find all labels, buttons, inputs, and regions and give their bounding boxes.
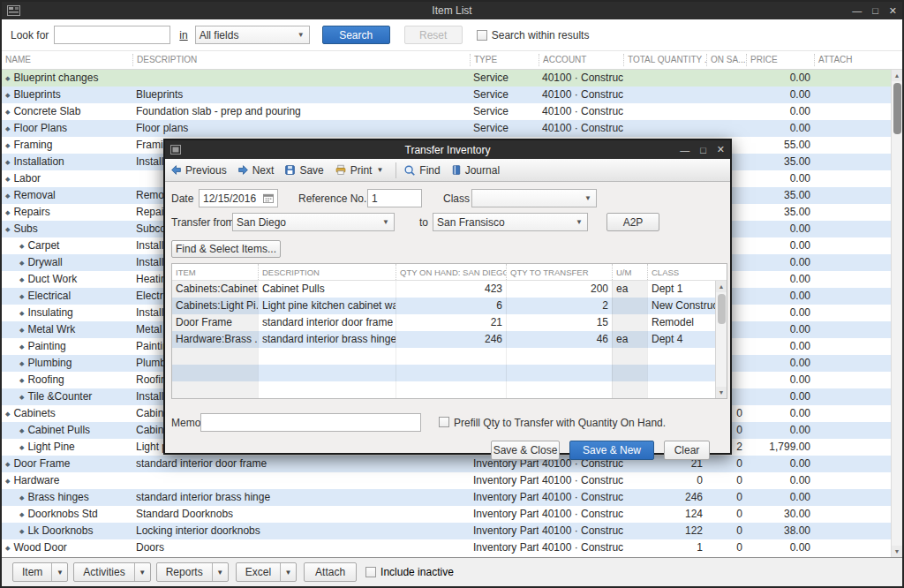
chevron-down-icon[interactable]: ▼ [212, 563, 228, 581]
transfer-description[interactable]: standard interior brass hinge [258, 331, 396, 348]
find-select-items-button[interactable]: Find & Select Items... [171, 240, 281, 258]
minimize-icon[interactable]: — [680, 145, 689, 155]
transfer-qty-to-transfer[interactable]: 200 [506, 281, 612, 298]
transfer-um[interactable] [612, 314, 647, 331]
memo-input[interactable] [200, 413, 421, 432]
col-type[interactable]: TYPE [470, 54, 539, 66]
transfer-class[interactable]: Dept 4 [647, 331, 716, 348]
scrollbar-thumb[interactable] [718, 294, 726, 324]
activities-menu-button[interactable]: Activities ▼ [73, 562, 150, 582]
attach-button[interactable]: Attach [304, 562, 357, 582]
transfer-qty-to-transfer[interactable]: 15 [506, 314, 612, 331]
excel-menu-button[interactable]: Excel ▼ [236, 562, 297, 582]
transfer-item[interactable]: Cabinets:Light Pi... [172, 298, 258, 314]
empty-row[interactable] [172, 381, 727, 398]
next-button[interactable]: Next [237, 164, 275, 177]
print-button[interactable]: Print ▼ [335, 164, 384, 177]
transfer-class[interactable]: Remodel [647, 314, 716, 331]
prefill-checkbox[interactable] [439, 417, 449, 427]
col-total-quantity[interactable]: TOTAL QUANTITY ... [623, 54, 706, 66]
chevron-down-icon[interactable]: ▼ [134, 563, 150, 581]
save-close-button[interactable]: Save & Close [491, 441, 560, 460]
item-attach [814, 204, 895, 221]
diamond-bullet-icon: ◆ [19, 327, 24, 333]
main-scrollbar[interactable]: ▲ ▼ [891, 70, 902, 557]
chevron-down-icon[interactable]: ▼ [51, 563, 67, 581]
item-menu-button[interactable]: Item ▼ [12, 562, 68, 582]
empty-row[interactable] [172, 365, 727, 381]
save-new-button[interactable]: Save & New [569, 441, 654, 460]
a2p-button[interactable]: A2P [606, 213, 659, 231]
close-icon[interactable]: ✕ [717, 144, 725, 155]
transfer-class[interactable]: Dept 1 [647, 281, 716, 298]
col-qty-on-hand: QTY ON HAND: SAN DIEGO [396, 264, 506, 280]
item-name-cell: ◆Blueprint changes [2, 70, 132, 87]
col-account[interactable]: ACCOUNT [539, 54, 623, 66]
table-row[interactable]: ◆Blueprints Blueprints Service 40100 · C… [2, 87, 902, 103]
scroll-up-icon[interactable]: ▲ [716, 281, 727, 292]
table-row[interactable]: ◆Wood Door Doors Inventory Part 40100 · … [2, 539, 902, 556]
item-name: Concrete Slab [13, 105, 80, 117]
previous-button[interactable]: Previous [170, 164, 227, 177]
transfer-row[interactable]: Hardware:Brass ... standard interior bra… [172, 331, 727, 348]
transfer-item[interactable]: Cabinets:Cabinet... [172, 281, 258, 298]
minimize-icon[interactable]: — [852, 5, 862, 16]
transfer-um[interactable]: ea [612, 281, 647, 298]
scrollbar-thumb[interactable] [893, 83, 901, 134]
transfer-qty-to-transfer[interactable]: 2 [506, 298, 612, 314]
field-dropdown[interactable]: All fields ▼ [195, 26, 310, 44]
date-input[interactable]: 12/15/2016 [199, 189, 278, 207]
dialog-scrollbar[interactable]: ▲ ▼ [715, 281, 727, 398]
scroll-up-icon[interactable]: ▲ [892, 70, 902, 81]
transfer-inventory-dialog: Transfer Inventory — □ ✕ Previous Next S… [163, 139, 732, 455]
col-description[interactable]: DESCRIPTION [132, 54, 470, 66]
close-icon[interactable]: ✕ [889, 5, 897, 17]
transfer-row[interactable]: Door Frame standard interior door frame … [172, 314, 727, 331]
item-name: Cabinet Pulls [27, 424, 90, 436]
calendar-icon[interactable] [263, 193, 274, 203]
look-for-input[interactable] [54, 26, 170, 44]
col-price[interactable]: PRICE [746, 54, 814, 66]
table-row[interactable]: ◆Brass hinges standard interior brass hi… [2, 489, 902, 506]
transfer-description[interactable]: standard interior door frame [258, 314, 396, 331]
maximize-icon[interactable]: □ [700, 145, 706, 155]
reference-input[interactable] [367, 189, 422, 207]
scroll-down-icon[interactable]: ▼ [892, 546, 902, 557]
transfer-class[interactable]: New Construc... [647, 298, 716, 314]
col-attach[interactable]: ATTACH [814, 54, 895, 66]
search-button[interactable]: Search [322, 26, 390, 44]
table-row[interactable]: ◆Lk Doorknobs Locking interior doorknobs… [2, 523, 902, 539]
col-on-sa[interactable]: ON SA... [706, 54, 746, 66]
transfer-item[interactable]: Hardware:Brass ... [172, 331, 258, 348]
save-button[interactable]: Save [284, 164, 323, 177]
empty-row[interactable] [172, 348, 727, 365]
transfer-description[interactable]: Cabinet Pulls [258, 281, 396, 298]
item-type: Service [470, 87, 539, 103]
transfer-row[interactable]: Cabinets:Light Pi... Light pine kitchen … [172, 298, 727, 314]
table-row[interactable]: ◆Floor Plans Floor plans Service 40100 ·… [2, 120, 902, 137]
col-name[interactable]: NAME [2, 54, 132, 66]
transfer-um[interactable] [612, 298, 647, 314]
table-row[interactable]: ◆Doorknobs Std Standard Doorknobs Invent… [2, 506, 902, 523]
chevron-down-icon[interactable]: ▼ [280, 563, 296, 581]
table-row[interactable]: ◆Blueprint changes Service 40100 · Const… [2, 70, 902, 87]
transfer-um[interactable]: ea [612, 331, 647, 348]
table-row[interactable]: ◆Hardware Inventory Part 40100 · Constru… [2, 472, 902, 489]
maximize-icon[interactable]: □ [872, 5, 878, 16]
clear-button[interactable]: Clear [664, 441, 710, 460]
transfer-description[interactable]: Light pine kitchen cabinet wall u... [258, 298, 396, 314]
transfer-item[interactable]: Door Frame [172, 314, 258, 331]
include-inactive-checkbox[interactable] [365, 567, 376, 577]
scroll-down-icon[interactable]: ▼ [716, 387, 727, 398]
search-within-results-checkbox[interactable] [477, 30, 487, 41]
find-button[interactable]: Find [403, 164, 440, 177]
reports-menu-button[interactable]: Reports ▼ [156, 562, 229, 582]
transfer-from-dropdown[interactable]: San Diego ▼ [232, 213, 395, 231]
class-dropdown[interactable]: ▼ [471, 189, 597, 207]
transfer-row[interactable]: Cabinets:Cabinet... Cabinet Pulls 423 20… [172, 281, 727, 298]
transfer-to-dropdown[interactable]: San Fransisco ▼ [433, 213, 588, 231]
journal-button[interactable]: Journal [451, 164, 500, 177]
table-row[interactable]: ◆Concrete Slab Foundation slab - prep an… [2, 103, 902, 120]
chevron-down-icon[interactable]: ▼ [376, 166, 383, 174]
transfer-qty-to-transfer[interactable]: 46 [506, 331, 612, 348]
